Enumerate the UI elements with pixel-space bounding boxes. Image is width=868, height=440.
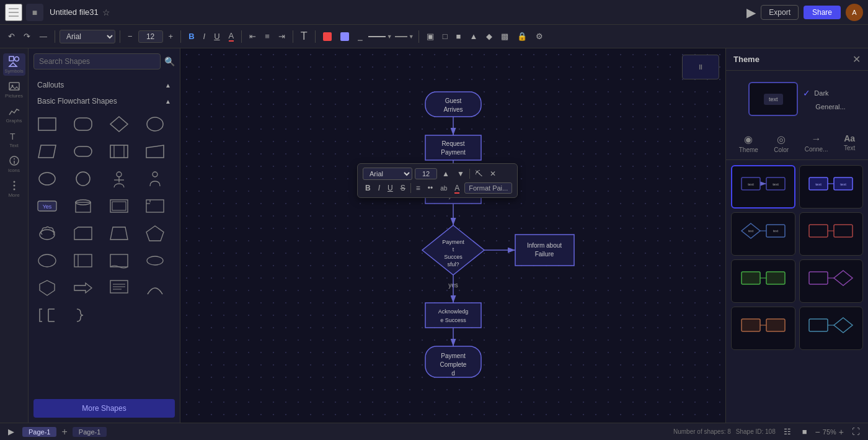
layout-btn[interactable]: ☷: [781, 425, 794, 438]
search-input[interactable]: [33, 53, 161, 70]
shape-document[interactable]: [105, 276, 133, 300]
shape-rect-left[interactable]: [69, 248, 97, 273]
fp-bold-btn[interactable]: B: [363, 182, 373, 194]
sidebar-item-icons[interactable]: Icons: [3, 153, 25, 175]
shape-hexagon[interactable]: [141, 112, 169, 137]
shape-stadium[interactable]: [69, 139, 97, 164]
theme-card-4[interactable]: [799, 212, 864, 256]
share-button[interactable]: Share: [804, 6, 841, 19]
tab-connector[interactable]: → Conne...: [801, 131, 832, 156]
shape-cylinder[interactable]: [69, 194, 97, 218]
fp-font-select[interactable]: Arial: [363, 168, 412, 180]
fp-italic-btn[interactable]: I: [376, 182, 383, 194]
theme-card-8[interactable]: [799, 307, 864, 350]
sidebar-item-graphs[interactable]: Graphs: [3, 103, 25, 125]
zoom-out-btn[interactable]: −: [815, 427, 820, 437]
shape-person[interactable]: [105, 166, 133, 191]
page-tab-2[interactable]: Page-1: [73, 427, 107, 437]
shape-rect-corners[interactable]: [141, 194, 169, 218]
cursor-tool[interactable]: ⸻: [36, 30, 50, 43]
shape-shield[interactable]: [33, 276, 61, 300]
text-color-button[interactable]: A: [226, 29, 237, 43]
minimap[interactable]: II: [682, 55, 719, 79]
theme-card-2[interactable]: texttext: [799, 165, 864, 209]
shape-manual-input[interactable]: [141, 139, 169, 164]
shape-yes[interactable]: Yes: [33, 194, 61, 218]
align-shapes-button[interactable]: ▣: [423, 30, 437, 43]
tab-theme[interactable]: ◉ Theme: [735, 131, 762, 156]
underline-button[interactable]: U: [211, 30, 223, 43]
avatar[interactable]: A: [846, 4, 863, 21]
page-settings-btn[interactable]: ▶: [5, 425, 17, 438]
table-button[interactable]: □: [440, 30, 451, 43]
theme-card-7[interactable]: [731, 307, 795, 350]
line-color-button[interactable]: [337, 30, 352, 43]
sidebar-item-more[interactable]: More: [3, 177, 25, 200]
fp-list-btn[interactable]: ≡: [414, 182, 423, 194]
shape-wavy[interactable]: [105, 248, 133, 273]
sidebar-item-text[interactable]: T Text: [3, 128, 25, 150]
shape-person-alt[interactable]: [141, 166, 169, 191]
shape-arrow[interactable]: [69, 276, 97, 300]
fp-strike-btn[interactable]: S: [398, 182, 408, 194]
shape-rect-cut[interactable]: [69, 221, 97, 246]
shape-brace[interactable]: [69, 303, 97, 328]
present-button[interactable]: ▶: [746, 5, 756, 20]
shape-oval[interactable]: [33, 248, 61, 273]
decrease-font-button[interactable]: −: [125, 30, 136, 43]
font-select[interactable]: Arial: [60, 30, 115, 43]
tab-text[interactable]: Aa Text: [840, 131, 859, 156]
add-page-btn[interactable]: +: [61, 426, 67, 438]
callouts-section-header[interactable]: Callouts ▲: [31, 77, 177, 93]
canvas-area[interactable]: II Guest Arrives Request Payment Make: [180, 48, 725, 423]
sidebar-item-pictures[interactable]: Pictures: [3, 78, 25, 101]
lock-button[interactable]: 🔒: [514, 30, 530, 43]
shape-oval2[interactable]: [141, 248, 169, 273]
shape-rectangle[interactable]: [33, 112, 61, 137]
shape-rounded-rect[interactable]: [69, 112, 97, 137]
shape-diamond[interactable]: [105, 112, 133, 137]
fp-text-color-btn[interactable]: A: [452, 182, 462, 194]
theme-card-3[interactable]: texttext: [731, 212, 795, 256]
tab-color[interactable]: ◎ Color: [770, 131, 792, 156]
zoom-in-btn[interactable]: +: [839, 427, 844, 437]
extra-3-button[interactable]: ◆: [483, 30, 495, 43]
fp-ab-btn[interactable]: ab: [438, 184, 450, 193]
more-shapes-button[interactable]: More Shapes: [33, 399, 175, 418]
fp-list2-btn[interactable]: ••: [425, 182, 435, 194]
grid-btn[interactable]: ■: [799, 425, 810, 438]
search-button[interactable]: 🔍: [164, 56, 175, 66]
theme-card-6[interactable]: [799, 259, 864, 303]
star-icon[interactable]: ☆: [102, 7, 110, 17]
export-button[interactable]: Export: [761, 5, 799, 20]
fp-font-size[interactable]: [415, 168, 437, 179]
bold-button[interactable]: B: [185, 30, 197, 43]
menu-button[interactable]: [5, 4, 22, 21]
shadow-button[interactable]: ▩: [498, 30, 512, 43]
shape-process[interactable]: [105, 139, 133, 164]
fill-color-button[interactable]: [320, 30, 335, 43]
theme-card-5[interactable]: [731, 259, 795, 303]
italic-button[interactable]: I: [200, 30, 209, 43]
theme-card-1[interactable]: texttext: [731, 165, 795, 209]
shape-ellipse[interactable]: [33, 166, 61, 191]
page-tab-1[interactable]: Page-1: [22, 427, 56, 437]
more-options-button[interactable]: ⚙: [533, 30, 546, 43]
shape-arc[interactable]: [141, 276, 169, 300]
undo-button[interactable]: ↶: [5, 30, 18, 43]
fp-underline-btn[interactable]: U: [385, 182, 396, 194]
shape-pentagon[interactable]: [141, 221, 169, 246]
sidebar-item-symbols[interactable]: Symbols: [3, 53, 25, 76]
format-paint-label[interactable]: Format Pai...: [464, 182, 512, 194]
shape-circle[interactable]: [69, 166, 97, 191]
shape-trapezoid[interactable]: [105, 221, 133, 246]
shape-rect-double[interactable]: [105, 194, 133, 218]
align-left-button[interactable]: ⇤: [246, 30, 259, 43]
redo-button[interactable]: ↷: [20, 30, 33, 43]
shape-bracket-left[interactable]: [33, 303, 61, 328]
shape-parallelogram[interactable]: [33, 139, 61, 164]
align-center-button[interactable]: ≡: [262, 30, 273, 43]
increase-font-button[interactable]: +: [166, 30, 177, 43]
fp-close-btn[interactable]: ✕: [487, 168, 498, 179]
extra-2-button[interactable]: ▲: [466, 30, 480, 43]
